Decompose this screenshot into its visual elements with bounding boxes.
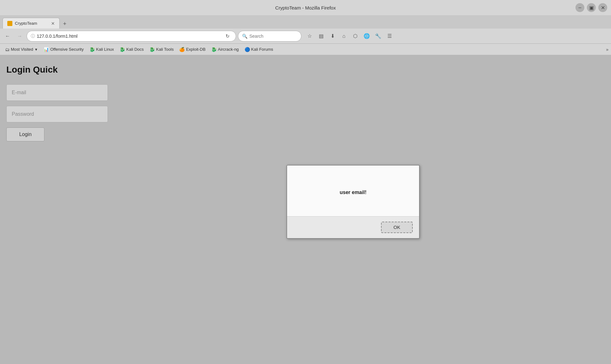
bookmark-kali-tools[interactable]: 🐉 Kali Tools	[147, 46, 176, 53]
bookmark-most-visited-label: Most Visited	[11, 47, 33, 52]
refresh-button[interactable]: ↻	[223, 32, 232, 41]
new-tab-button[interactable]: +	[60, 19, 70, 29]
forward-button: →	[15, 31, 25, 41]
dialog-message: user email!	[340, 190, 366, 195]
address-input[interactable]	[37, 34, 221, 39]
download-button[interactable]: ⬇	[327, 31, 338, 41]
aircrack-ng-icon: 🐉	[211, 47, 217, 52]
window-title: CryptoTeam - Mozilla Firefox	[275, 5, 336, 10]
tab-close-icon[interactable]: ✕	[51, 21, 55, 26]
window-controls: – ▣ ✕	[575, 3, 607, 12]
search-bar-wrapper[interactable]: 🔍	[238, 31, 301, 42]
bookmark-exploit-db-label: Exploit-DB	[186, 47, 205, 52]
bookmarks-bar: 🗂 Most Visited ▼ 📊 Offensive Security 🐉 …	[0, 44, 611, 55]
address-bar-wrapper[interactable]: ⓘ ↻	[27, 31, 236, 42]
bookmark-most-visited[interactable]: 🗂 Most Visited ▼	[3, 46, 40, 53]
title-bar: CryptoTeam - Mozilla Firefox – ▣ ✕	[0, 0, 611, 15]
browser-window: CryptoTeam - Mozilla Firefox – ▣ ✕ Crypt…	[0, 0, 611, 364]
search-input[interactable]	[249, 34, 294, 39]
bookmark-aircrack-ng-label: Aircrack-ng	[218, 47, 239, 52]
menu-button[interactable]: ☰	[384, 31, 395, 41]
bookmark-aircrack-ng[interactable]: 🐉 Aircrack-ng	[209, 46, 241, 53]
dialog-footer: OK	[287, 216, 419, 238]
search-icon: 🔍	[242, 34, 247, 39]
bookmark-kali-linux[interactable]: 🐉 Kali Linux	[87, 46, 116, 53]
dialog-ok-button[interactable]: OK	[381, 222, 413, 233]
bookmark-kali-docs[interactable]: 🐉 Kali Docs	[117, 46, 146, 53]
password-field[interactable]	[6, 106, 108, 122]
bookmark-kali-tools-label: Kali Tools	[156, 47, 174, 52]
page-content: Login Quick Login user email! OK	[0, 55, 611, 364]
bookmark-offensive-security-label: Offensive Security	[50, 47, 83, 52]
bookmark-star-button[interactable]: ☆	[305, 31, 315, 41]
kali-tools-icon: 🐉	[149, 47, 155, 52]
email-field[interactable]	[6, 84, 108, 101]
translate-button[interactable]: 🌐	[362, 31, 372, 41]
restore-button[interactable]: ▣	[587, 3, 596, 12]
exploit-db-icon: 🍊	[179, 47, 185, 52]
address-bar: ← → ⓘ ↻ 🔍 ☆ ▤ ⬇ ⌂ ⬡ 🌐 🔧 ☰	[0, 29, 611, 44]
offensive-security-icon: 📊	[43, 47, 49, 52]
dialog-body: user email!	[287, 166, 419, 216]
active-tab[interactable]: CryptoTeam ✕	[3, 18, 60, 29]
pocket-button[interactable]: ⬡	[350, 31, 360, 41]
bookmark-offensive-security[interactable]: 📊 Offensive Security	[41, 46, 86, 53]
tab-label: CryptoTeam	[15, 21, 37, 26]
tab-bar: CryptoTeam ✕ +	[0, 15, 611, 29]
bookmark-kali-docs-label: Kali Docs	[126, 47, 144, 52]
tab-favicon	[7, 21, 12, 26]
extension-button[interactable]: 🔧	[373, 31, 383, 41]
kali-linux-icon: 🐉	[89, 47, 95, 52]
bookmark-kali-linux-label: Kali Linux	[96, 47, 114, 52]
login-form: Login	[6, 84, 108, 141]
bookmark-kali-forums-label: Kali Forums	[251, 47, 273, 52]
page-title: Login Quick	[6, 65, 605, 75]
back-button[interactable]: ←	[3, 31, 13, 41]
most-visited-icon: 🗂	[5, 47, 10, 52]
alert-dialog: user email! OK	[286, 165, 420, 239]
bookmarks-more-icon[interactable]: »	[606, 47, 608, 52]
bookmark-kali-forums[interactable]: 🔵 Kali Forums	[242, 46, 276, 53]
reader-view-button[interactable]: ▤	[316, 31, 326, 41]
most-visited-arrow-icon: ▼	[35, 48, 38, 51]
toolbar-icons: ☆ ▤ ⬇ ⌂ ⬡ 🌐 🔧 ☰	[305, 31, 395, 41]
kali-forums-icon: 🔵	[245, 47, 250, 52]
kali-docs-icon: 🐉	[120, 47, 125, 52]
login-button[interactable]: Login	[6, 127, 44, 141]
minimize-button[interactable]: –	[575, 3, 584, 12]
home-button[interactable]: ⌂	[339, 31, 349, 41]
info-icon: ⓘ	[31, 33, 35, 39]
close-button[interactable]: ✕	[598, 3, 607, 12]
bookmark-exploit-db[interactable]: 🍊 Exploit-DB	[177, 46, 208, 53]
